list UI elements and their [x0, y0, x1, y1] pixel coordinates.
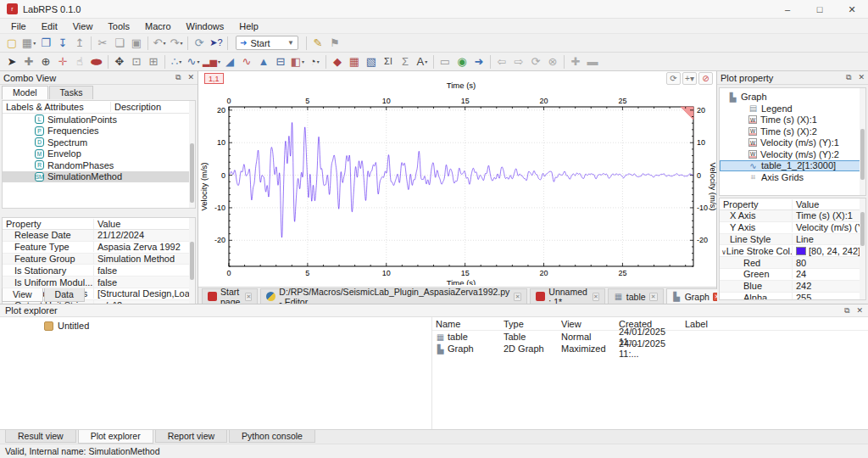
new-table-button[interactable]: ▦▾	[20, 35, 37, 51]
tab-python-console[interactable]: Python console	[229, 430, 315, 443]
graph-tree-scrollbar[interactable]	[860, 88, 865, 195]
zoom-out-button[interactable]: ▬	[584, 53, 601, 70]
import-button[interactable]: ↧	[54, 35, 71, 51]
cut-button[interactable]: ✂	[94, 35, 111, 51]
close-button[interactable]: ✕	[836, 0, 868, 19]
float-panel-icon[interactable]: ⧉	[844, 306, 849, 316]
bar-plot-button[interactable]: ▂▅▾	[202, 53, 221, 70]
histogram-plot-button[interactable]: ◧▾	[289, 53, 306, 70]
tree-item-time-s-x-1[interactable]: WTime (s) (X):1	[720, 114, 865, 126]
property-row[interactable]: Is Uniform Modul...false	[3, 276, 195, 288]
tab-report-view[interactable]: Report view	[155, 430, 227, 443]
redo-button[interactable]: ↷▾	[168, 35, 185, 51]
tree-item-envelop[interactable]: MEnvelop	[3, 148, 195, 160]
tree-item-time-s-x-2[interactable]: WTime (s) (X):2	[720, 126, 865, 137]
minimize-button[interactable]: –	[771, 0, 804, 19]
tab-plot-explorer[interactable]: Plot explorer	[78, 430, 153, 444]
line-plot-button[interactable]: ∿▾	[185, 53, 202, 70]
close-panel-icon[interactable]: ✕	[858, 73, 865, 82]
property-row[interactable]: Red80	[720, 257, 865, 269]
go-forward-button[interactable]: ➜	[470, 53, 487, 70]
table-chart-button[interactable]: ▦	[346, 53, 363, 70]
close-panel-icon[interactable]: ✕	[187, 73, 194, 82]
property-row[interactable]: Alpha255	[720, 293, 865, 300]
close-tab-icon[interactable]: ✕	[593, 293, 599, 301]
paste-button[interactable]: ▣	[128, 35, 145, 51]
nav-refresh-button[interactable]: ⟳	[527, 53, 544, 70]
property-row[interactable]: Feature TypeAspasia Zerva 1992	[3, 242, 195, 254]
whats-this-button[interactable]: ➤?	[208, 35, 225, 51]
macro-record-button[interactable]: ⚑	[326, 35, 343, 51]
export-button[interactable]: ↥	[71, 35, 88, 51]
graph-property-scrollbar[interactable]	[860, 198, 865, 299]
tab-model[interactable]: Model	[2, 86, 48, 99]
tree-item-velocity-m-s-y-2[interactable]: WVelocity (m/s) (Y):2	[720, 148, 865, 160]
tree-item-simulationpoints[interactable]: LSimulationPoints	[3, 114, 195, 126]
nav-back-button[interactable]: ⇦	[493, 53, 510, 70]
screenshot-button[interactable]: ▭	[437, 53, 453, 70]
menu-file[interactable]: File	[3, 20, 34, 32]
menu-view[interactable]: View	[65, 20, 101, 32]
web-home-button[interactable]: ◉	[453, 53, 470, 70]
tab-data[interactable]: Data	[44, 288, 85, 302]
tree-item-spectrum[interactable]: DSpectrum	[3, 137, 195, 148]
curve-plot-button[interactable]: ∿	[238, 53, 255, 70]
open-button[interactable]: ❐	[37, 35, 54, 51]
zoom-fit-tool-button[interactable]: ⊞	[145, 53, 162, 70]
tree-item-velocity-m-s-y-1[interactable]: WVelocity (m/s) (Y):1	[720, 137, 865, 149]
doc-tab-d-rps-macros-seismiclab-plugin-aspasiazerva1992-py[interactable]: D:/RPS/Macros/SeismicLab_Plugin_AspasiaZ…	[260, 288, 527, 304]
property-row[interactable]: Release Date21/12/2024	[3, 230, 195, 242]
property-row[interactable]: Is Stationaryfalse	[3, 265, 195, 276]
cross-tool-button[interactable]: ✚	[20, 53, 37, 70]
nav-forward-button[interactable]: ⇨	[510, 53, 527, 70]
sum-cols-button[interactable]: Σ	[397, 53, 414, 70]
menu-edit[interactable]: Edit	[34, 20, 65, 32]
tree-scrollbar[interactable]	[189, 101, 195, 208]
menu-help[interactable]: Help	[231, 20, 266, 32]
doc-tab-unnamed[interactable]: Unnamed : 1*✕	[530, 288, 605, 304]
zoom-region-tool-button[interactable]: ⊡	[128, 53, 145, 70]
property-row[interactable]: Y AxisVelocity (m/s) (Y):1	[720, 222, 865, 234]
tree-item-axis-grids[interactable]: ⌗Axis Grids	[720, 171, 865, 183]
maximize-button[interactable]: □	[804, 0, 836, 19]
tree-item-graph[interactable]: ▙ Graph	[720, 91, 865, 103]
property-row[interactable]: Green24	[720, 269, 865, 281]
picker-tool-button[interactable]: ✛	[54, 53, 71, 70]
close-tab-icon[interactable]: ✕	[514, 293, 521, 301]
property-row[interactable]: Line StyleLine	[720, 234, 865, 246]
property-row[interactable]: X AxisTime (s) (X):1	[720, 210, 865, 222]
font-tool-button[interactable]: A▾	[414, 53, 431, 70]
property-row[interactable]: Blue242	[720, 281, 865, 293]
nav-stop-button[interactable]: ⊗	[544, 53, 561, 70]
doc-tab-start[interactable]: Start page✕	[202, 288, 258, 304]
tree-item-table-1-2-1-3000-[interactable]: ∿table_1_2[1:3000]	[720, 160, 865, 172]
pointer-tool-button[interactable]: ➤	[3, 53, 20, 70]
menu-macro[interactable]: Macro	[137, 20, 179, 32]
pie-plot-button[interactable]: ◔▾	[306, 53, 323, 70]
close-tab-icon[interactable]: ✕	[649, 293, 658, 301]
property-row[interactable]: ∨Line Stroke Col...[80, 24, 242] (2...	[720, 245, 865, 257]
workbench-selector[interactable]: ➜Start▼	[236, 36, 298, 50]
scatter-plot-button[interactable]: ∴▾	[168, 53, 185, 70]
tree-item-simulationmethod[interactable]: SMSimulationMethod	[3, 171, 195, 183]
explorer-item-untitled[interactable]: Untitled	[0, 317, 431, 331]
box-plot-button[interactable]: ⊟	[272, 53, 289, 70]
refresh-button[interactable]: ⟳	[191, 35, 208, 51]
area-plot-button[interactable]: ◢	[221, 53, 238, 70]
pan-tool-button[interactable]: ☝	[71, 53, 88, 70]
float-panel-icon[interactable]: ⧉	[846, 73, 851, 82]
tab-tasks[interactable]: Tasks	[49, 86, 94, 99]
zoom-in-button[interactable]: ✚	[567, 53, 584, 70]
tab-result-view[interactable]: Result view	[5, 430, 76, 443]
sum-rows-button[interactable]: Σǀ	[380, 53, 397, 70]
target-tool-button[interactable]: ⊕	[37, 53, 54, 70]
menu-windows[interactable]: Windows	[179, 20, 232, 32]
move-tool-button[interactable]: ✥	[111, 53, 128, 70]
doc-tab-table[interactable]: ▦table✕	[608, 288, 664, 304]
close-panel-icon[interactable]: ✕	[856, 306, 863, 316]
macro-edit-button[interactable]: ✎	[309, 35, 326, 51]
close-tab-icon[interactable]: ✕	[245, 293, 252, 301]
mountain-plot-button[interactable]: ▲	[255, 53, 272, 70]
tree-item-frequencies[interactable]: PFrequencies	[3, 126, 195, 137]
float-panel-icon[interactable]: ⧉	[175, 73, 181, 82]
